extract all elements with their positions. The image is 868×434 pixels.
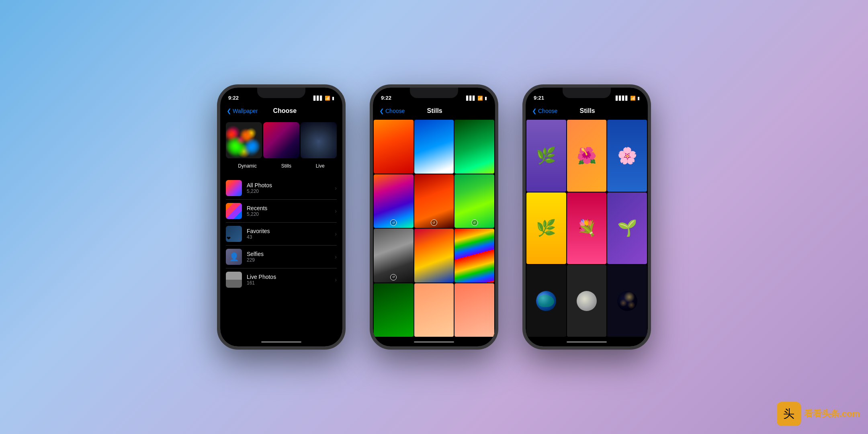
planet-nightearth[interactable]: [607, 265, 647, 337]
planet-earth[interactable]: [526, 265, 566, 337]
recents-count: 5,220: [247, 211, 335, 217]
signal-icon-1: ▋▋▋: [313, 96, 323, 101]
still-bw[interactable]: ↺: [374, 229, 414, 283]
choose-content: Dynamic Stills Live All Photos 5,220 ›: [220, 119, 342, 338]
stills-grid-3: 🌿 🌺 🌸 🌿 💐 🌱: [526, 119, 648, 338]
nav-bar-3: ❮ Choose Stills: [526, 103, 648, 119]
plant-icon-4: 🌿: [536, 219, 556, 237]
stills-label: Stills: [281, 163, 291, 169]
recents-chevron: ›: [335, 208, 337, 214]
plant-icon-1: 🌿: [536, 146, 556, 165]
favorites-thumb: ❤: [226, 226, 242, 242]
time-2: 9:22: [381, 95, 391, 101]
plant-icon-6: 🌱: [617, 219, 637, 237]
back-button-3[interactable]: ❮ Choose: [532, 108, 557, 114]
home-bar-3: [567, 341, 607, 343]
earth-circle: [536, 291, 556, 311]
still-gradient1[interactable]: ↺: [374, 174, 414, 228]
wifi-icon-2: 📶: [477, 96, 483, 101]
home-indicator-2: [373, 338, 495, 346]
wifi-icon-1: 📶: [325, 96, 330, 101]
still-blue[interactable]: [414, 120, 454, 174]
still-stripes[interactable]: [454, 229, 494, 283]
dynamic-bg: [226, 122, 262, 158]
notch-2: [410, 88, 458, 98]
heart-icon: ❤: [227, 235, 231, 241]
selfies-name: Selfies: [247, 251, 335, 257]
selfies-count: 229: [247, 257, 335, 263]
status-icons-1: ▋▋▋ 📶 ▮: [313, 96, 334, 101]
flower-5[interactable]: 💐: [567, 192, 607, 264]
still-green2[interactable]: [374, 283, 414, 337]
moon-circle: [577, 291, 597, 311]
dynamic-label: Dynamic: [238, 163, 257, 169]
flower-2[interactable]: 🌺: [567, 120, 607, 192]
still-orange[interactable]: [374, 120, 414, 174]
album-favorites[interactable]: ❤ Favorites 43 ›: [226, 223, 337, 246]
planet-moon[interactable]: [567, 265, 607, 337]
livephotos-chevron: ›: [335, 276, 337, 283]
flower-3[interactable]: 🌸: [607, 120, 647, 192]
livephotos-count: 161: [247, 280, 335, 286]
album-allphotos[interactable]: All Photos 5,220 ›: [226, 177, 337, 200]
wallpaper-labels: Dynamic Stills Live: [226, 163, 337, 169]
still-rainbow[interactable]: ↺: [454, 174, 494, 228]
flower-4[interactable]: 🌿: [526, 192, 566, 264]
notch-1: [257, 88, 305, 98]
allphotos-thumb: [226, 180, 242, 196]
flower-1[interactable]: 🌿: [526, 120, 566, 192]
allphotos-count: 5,220: [247, 188, 335, 194]
favorites-info: Favorites 43: [247, 228, 335, 240]
selfies-thumb: 👤: [226, 249, 242, 265]
live-label: Live: [316, 163, 325, 169]
album-recents[interactable]: Recents 5,220 ›: [226, 200, 337, 223]
stills-thumb[interactable]: [263, 122, 299, 158]
live-overlay: [301, 122, 337, 158]
back-button-2[interactable]: ❮ Choose: [379, 108, 405, 114]
nightearth-circle: [617, 291, 637, 311]
still-multiwave[interactable]: [414, 229, 454, 283]
album-livephotos[interactable]: Live Photos 161 ›: [226, 268, 337, 291]
album-selfies[interactable]: 👤 Selfies 229 ›: [226, 246, 337, 268]
still-green[interactable]: [454, 120, 494, 174]
back-chevron-1: ❮: [227, 108, 231, 114]
watermark: 头 看看头条.com: [777, 402, 860, 426]
home-indicator-3: [526, 338, 648, 346]
watermark-text: 看看头条.com: [804, 408, 860, 420]
back-chevron-3: ❮: [532, 108, 537, 114]
nav-bar-1: ❮ Wallpaper Choose: [220, 103, 342, 119]
back-button-1[interactable]: ❮ Wallpaper: [227, 108, 258, 114]
still-peach[interactable]: [414, 283, 454, 337]
flower-6[interactable]: 🌱: [607, 192, 647, 264]
favorites-count: 43: [247, 234, 335, 240]
time-1: 9:22: [228, 95, 239, 101]
phone-2: 9:22 ▋▋▋ 📶 ▮ ❮ Choose Stills ↺: [370, 84, 498, 350]
screen-3: 9:21 ▋▋▋▋ 📶 ▮ ❮ Choose Stills 🌿 🌺: [526, 88, 648, 346]
back-label-2: Choose: [385, 108, 405, 114]
battery-icon-1: ▮: [332, 96, 334, 101]
signal-icon-2: ▋▋▋: [466, 96, 476, 101]
allphotos-chevron: ›: [335, 185, 337, 191]
recents-name: Recents: [247, 205, 335, 211]
still-salmon[interactable]: [454, 283, 494, 337]
screen-1: 9:22 ▋▋▋ 📶 ▮ ❮ Wallpaper Choose: [220, 88, 342, 346]
sync-icon-1: ↺: [390, 219, 397, 226]
back-label-1: Wallpaper: [233, 108, 258, 114]
sync-icon-4: ↺: [390, 274, 397, 280]
nav-bar-2: ❮ Choose Stills: [373, 103, 495, 119]
livephotos-thumb: [226, 272, 242, 288]
back-chevron-2: ❮: [379, 108, 384, 114]
allphotos-name: All Photos: [247, 182, 335, 188]
plant-icon-2: 🌺: [577, 146, 597, 165]
nav-title-2: Stills: [427, 107, 442, 115]
favorites-name: Favorites: [247, 228, 335, 234]
selfies-chevron: ›: [335, 254, 337, 260]
plant-icon-5: 💐: [577, 219, 597, 237]
nav-title-1: Choose: [273, 107, 297, 115]
nav-title-3: Stills: [580, 107, 595, 115]
still-redwave[interactable]: ↺: [414, 174, 454, 228]
dynamic-thumb[interactable]: [226, 122, 262, 158]
wallpaper-category-grid: [226, 122, 337, 158]
live-thumb[interactable]: [301, 122, 337, 158]
recents-info: Recents 5,220: [247, 205, 335, 217]
